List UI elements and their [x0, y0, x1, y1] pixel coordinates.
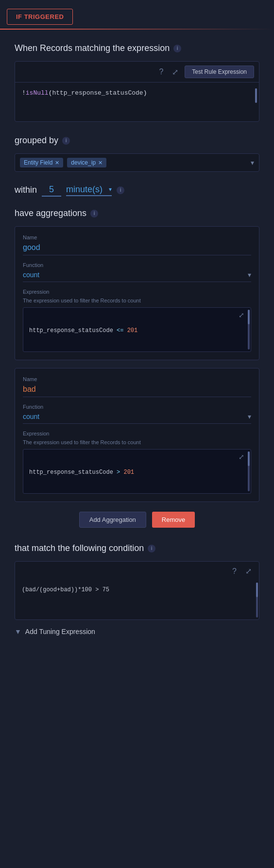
when-records-title: When Records matching the expression i — [15, 43, 259, 53]
agg-1-function-label: Function — [23, 404, 251, 410]
agg-1-expression-content: http_response_statusCode > 201 — [23, 464, 251, 493]
agg-1-expression-box: ⤢ http_response_statusCode > 201 — [23, 449, 251, 494]
within-info-icon[interactable]: i — [117, 186, 124, 194]
tag-entity-field-remove[interactable]: ✕ — [55, 160, 59, 166]
remove-btn[interactable]: Remove — [152, 512, 195, 528]
condition-info-icon[interactable]: i — [148, 545, 155, 552]
agg-0-expression-label: Expression — [23, 289, 251, 295]
agg-0-expand-btn[interactable]: ⤢ — [236, 310, 247, 320]
when-records-section: When Records matching the expression i ?… — [15, 43, 259, 122]
agg-0-expression-hint: The expression used to filter the Record… — [23, 298, 251, 303]
condition-expression-content: (bad/(good+bad))*100 > 75 — [15, 581, 259, 619]
within-label: within — [15, 185, 37, 195]
within-value-input[interactable] — [42, 184, 61, 197]
agg-1-expand-btn[interactable]: ⤢ — [236, 452, 247, 462]
agg-0-function-arrow: ▾ — [248, 271, 251, 279]
add-aggregation-btn[interactable]: Add Aggregation — [79, 512, 146, 528]
agg-0-function-value: count — [23, 271, 39, 279]
within-unit-select-wrap[interactable]: minute(s) second(s) hour(s) day(s) ▾ — [66, 184, 112, 196]
if-triggered-tab[interactable]: IF TRIGGERED — [7, 9, 73, 25]
expression-expand-btn[interactable]: ⤢ — [170, 67, 181, 78]
tags-dropdown-arrow[interactable]: ▾ — [251, 159, 254, 167]
grouped-by-info-icon[interactable]: i — [62, 137, 70, 145]
agg-0-name-label: Name — [23, 234, 251, 240]
have-aggregations-title: have aggregations i — [15, 208, 259, 218]
tag-device-ip-remove[interactable]: ✕ — [98, 160, 103, 166]
agg-1-expr-toolbar: ⤢ — [23, 450, 251, 464]
condition-expand-btn[interactable]: ⤢ — [243, 566, 254, 577]
agg-0-name-value: good — [23, 243, 251, 255]
aggregation-card-1: Name bad Function count ▾ Expression The… — [15, 368, 259, 502]
condition-toolbar: ? ⤢ — [15, 562, 259, 581]
agg-0-function-select[interactable]: count ▾ — [23, 271, 251, 282]
agg-1-name-value: bad — [23, 385, 251, 397]
aggregation-buttons-row: Add Aggregation Remove — [15, 512, 259, 528]
agg-1-name-label: Name — [23, 376, 251, 382]
grouped-by-title: grouped by i — [15, 135, 259, 146]
within-row: within minute(s) second(s) hour(s) day(s… — [15, 184, 259, 197]
header-divider — [0, 29, 274, 30]
expression-toolbar: ? ⤢ Test Rule Expression — [15, 62, 259, 83]
agg-0-expression-content: http_response_statusCode <= 201 — [23, 322, 251, 351]
grouped-by-section: grouped by i Entity Field ✕ device_ip ✕ … — [15, 135, 259, 172]
have-aggregations-section: have aggregations i Name good Function c… — [15, 208, 259, 502]
agg-1-expression-label: Expression — [23, 431, 251, 436]
condition-expression-box: ? ⤢ (bad/(good+bad))*100 > 75 — [15, 561, 259, 620]
condition-help-btn[interactable]: ? — [230, 566, 239, 577]
have-aggregations-info-icon[interactable]: i — [90, 210, 98, 217]
agg-1-function-arrow: ▾ — [248, 413, 251, 420]
tuning-label[interactable]: Add Tuning Expression — [25, 628, 95, 635]
agg-1-function-value: count — [23, 413, 39, 420]
agg-0-expr-toolbar: ⤢ — [23, 308, 251, 322]
aggregation-card-0: Name good Function count ▾ Expression Th… — [15, 226, 259, 360]
expression-help-btn[interactable]: ? — [156, 67, 166, 77]
condition-section: that match the following condition i ? ⤢… — [15, 543, 259, 635]
agg-0-function-label: Function — [23, 262, 251, 268]
agg-1-function-select[interactable]: count ▾ — [23, 413, 251, 424]
agg-1-expression-hint: The expression used to filter the Record… — [23, 439, 251, 445]
add-tuning-row[interactable]: ▼ Add Tuning Expression — [15, 628, 259, 635]
condition-title: that match the following condition i — [15, 543, 259, 553]
agg-0-expression-box: ⤢ http_response_statusCode <= 201 — [23, 307, 251, 352]
test-rule-expression-btn[interactable]: Test Rule Expression — [185, 66, 254, 78]
tag-entity-field[interactable]: Entity Field ✕ — [20, 158, 63, 167]
tuning-icon: ▼ — [15, 628, 21, 635]
when-records-info-icon[interactable]: i — [173, 45, 181, 52]
when-expression-box: ? ⤢ Test Rule Expression !isNull(http_re… — [15, 61, 259, 122]
within-unit-select[interactable]: minute(s) second(s) hour(s) day(s) — [66, 184, 114, 194]
when-expression-content: !isNull(http_response_statusCode) — [15, 83, 259, 121]
tag-device-ip[interactable]: device_ip ✕ — [67, 158, 106, 167]
grouped-by-tags-row[interactable]: Entity Field ✕ device_ip ✕ ▾ — [15, 153, 259, 172]
